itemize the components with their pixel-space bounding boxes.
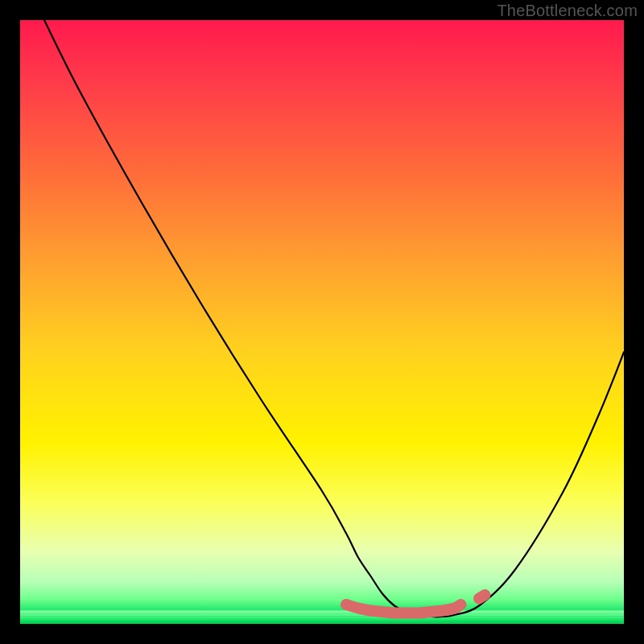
highlight-dot [479, 595, 485, 599]
chart-frame: TheBottleneck.com [0, 0, 644, 644]
attribution-text: TheBottleneck.com [497, 2, 638, 20]
plot-area [20, 20, 624, 624]
green-stripes [20, 612, 624, 624]
bottleneck-curve [44, 20, 624, 617]
chart-svg [20, 20, 624, 624]
highlight-band [346, 605, 461, 613]
